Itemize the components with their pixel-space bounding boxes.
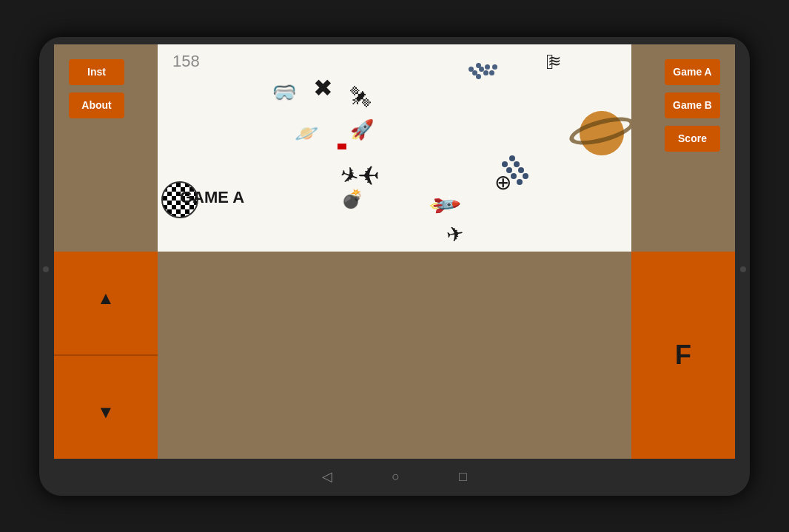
score-display: 158	[172, 52, 200, 71]
left-dot	[43, 266, 49, 272]
sprite-fighter2: ✈	[444, 220, 465, 247]
right-panel-top: Game A Game B Score	[631, 44, 735, 252]
game-b-button[interactable]: Game B	[665, 92, 720, 118]
back-button[interactable]: ◁	[322, 468, 332, 485]
left-panel-top: Inst About	[54, 44, 158, 252]
sprite-rocket1: 🚀	[350, 118, 374, 141]
f-label: F	[675, 340, 691, 371]
sprite-fighter-center: ✈	[357, 159, 380, 190]
sprite-bomb: 💣	[341, 189, 363, 209]
game-area: 158 ✖ 🥽 🛰 🪐 🚀 ✈ 💣	[158, 44, 631, 252]
sprite-waves: ≋	[548, 52, 561, 71]
tablet-frame: Inst About 158 ✖ 🥽 🛰 🪐 🚀	[39, 37, 750, 496]
down-arrow-button[interactable]: ▼	[84, 390, 128, 434]
sprite-planet-small: 🪐	[295, 122, 318, 145]
sprite-visor: 🥽	[272, 81, 296, 104]
android-nav-bar: ◁ ○ □	[39, 464, 750, 490]
sprite-crosshair: ✖	[313, 74, 333, 102]
sprite-satellite: 🛰	[350, 85, 371, 110]
left-control-panel: ▲ ▼	[54, 252, 158, 459]
sprite-rocket2: 🚀	[426, 186, 462, 222]
divider	[54, 354, 158, 356]
inst-button[interactable]: Inst	[69, 59, 124, 85]
bottom-area: ▲ ▼ F	[54, 252, 735, 459]
right-dot	[740, 266, 746, 272]
recent-button[interactable]: □	[459, 469, 467, 485]
main-content: Inst About 158 ✖ 🥽 🛰 🪐 🚀	[54, 44, 735, 459]
right-control-panel: F	[631, 252, 735, 459]
game-bottom-area	[158, 252, 631, 459]
score-button[interactable]: Score	[665, 126, 720, 152]
home-button[interactable]: ○	[392, 469, 400, 485]
saturn-planet	[572, 104, 631, 163]
game-area-label: GAME A	[180, 188, 244, 207]
red-dot	[338, 144, 346, 149]
up-arrow-button[interactable]: ▲	[84, 276, 128, 320]
about-button[interactable]: About	[69, 92, 124, 118]
sprite-target: ⊕	[494, 170, 511, 195]
top-area: Inst About 158 ✖ 🥽 🛰 🪐 🚀	[54, 44, 735, 252]
game-a-button[interactable]: Game A	[665, 59, 720, 85]
